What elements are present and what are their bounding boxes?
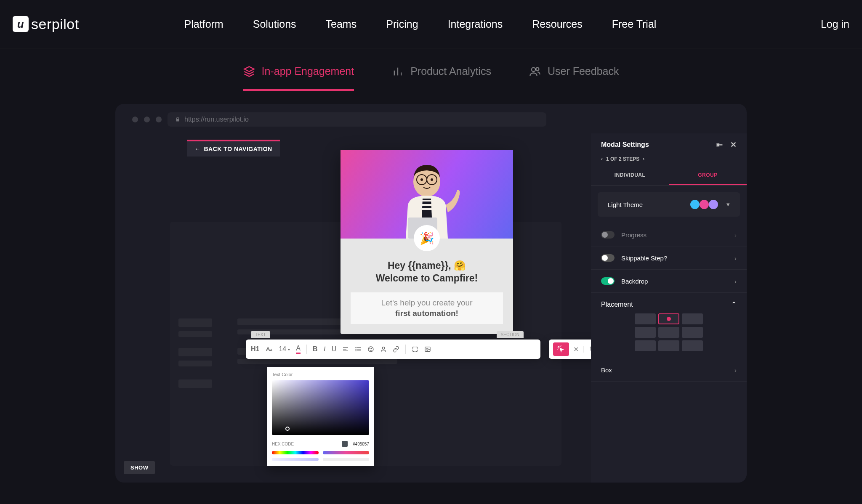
window-dot — [156, 117, 162, 122]
theme-row[interactable]: Light Theme ▾ — [598, 192, 740, 217]
skeleton — [178, 379, 212, 388]
color-picker-panel[interactable]: Text Color HEX CODE #495057 — [267, 367, 374, 466]
separator — [405, 345, 406, 354]
theme-dot — [700, 200, 709, 209]
skippable-row[interactable]: Skippable Step? › — [591, 247, 747, 270]
chart-icon — [392, 66, 404, 77]
sub-line: first automation! — [351, 308, 503, 319]
chevron-right-icon: › — [734, 231, 737, 239]
back-to-navigation-button[interactable]: ← BACK TO NAVIGATION — [187, 140, 280, 157]
tab-individual[interactable]: INDIVIDUAL — [591, 166, 669, 185]
gradient-slider[interactable] — [323, 451, 370, 454]
color-handle[interactable] — [285, 427, 290, 431]
panel-title: Modal Settings — [601, 141, 649, 149]
placement-cell[interactable] — [682, 313, 703, 324]
placement-cell[interactable] — [658, 340, 679, 351]
window-dot — [144, 117, 150, 122]
list-button[interactable] — [355, 346, 362, 353]
alpha-slider[interactable] — [272, 458, 319, 461]
chevron-up-icon[interactable]: ⌃ — [731, 300, 737, 308]
chevron-right-icon[interactable]: › — [643, 156, 644, 162]
nav-pricing[interactable]: Pricing — [386, 18, 418, 30]
tab-user-feedback[interactable]: User Feedback — [529, 65, 619, 91]
tab-product-analytics[interactable]: Product Analytics — [392, 65, 491, 91]
link-button[interactable] — [393, 346, 399, 353]
extra-slider[interactable] — [323, 458, 370, 461]
top-bar: u serpilot Platform Solutions Teams Pric… — [0, 0, 862, 48]
placement-cell-selected[interactable] — [658, 313, 679, 324]
expand-button[interactable] — [412, 346, 418, 353]
toggle-skippable[interactable] — [601, 254, 615, 262]
heading-line: Welcome to Campfire! — [351, 272, 503, 285]
tab-label: In-app Engagement — [262, 65, 354, 77]
progress-row[interactable]: Progress › — [591, 223, 747, 247]
bold-button[interactable]: B — [313, 345, 318, 353]
user-button[interactable] — [380, 346, 387, 353]
text-toolbar[interactable]: TEXT SECTION H1 14 ▾ A B I U — [246, 340, 540, 359]
demo-stage: https://run.userpilot.io ← BACK TO NAVIG… — [115, 104, 747, 483]
nav-platform[interactable]: Platform — [184, 18, 223, 30]
section-tag: SECTION — [497, 331, 524, 338]
chevron-right-icon: › — [734, 278, 737, 285]
nav-teams[interactable]: Teams — [326, 18, 357, 30]
font-size-select[interactable]: 14 ▾ — [279, 345, 290, 353]
color-gradient[interactable] — [272, 380, 369, 435]
underline-button[interactable]: U — [332, 345, 337, 353]
hex-value[interactable]: #495057 — [353, 442, 369, 446]
cursor-click-icon[interactable] — [553, 342, 569, 356]
nav-resources[interactable]: Resources — [532, 18, 583, 30]
step-indicator[interactable]: ‹ 1 OF 2 STEPS › — [591, 156, 747, 166]
nav-free-trial[interactable]: Free Trial — [612, 18, 657, 30]
svg-point-21 — [356, 347, 356, 347]
svg-point-24 — [368, 347, 373, 352]
progress-label: Progress — [621, 231, 646, 239]
text-size-icon[interactable] — [265, 345, 273, 353]
emoji-button[interactable] — [367, 346, 374, 353]
close-icon[interactable]: ✕ — [573, 345, 579, 353]
tab-in-app-engagement[interactable]: In-app Engagement — [243, 65, 354, 91]
svg-point-22 — [356, 349, 356, 349]
collapse-icon[interactable]: ⇤ — [716, 140, 723, 149]
modal-card[interactable]: 🎉 Hey {{name}}, 🤗 Welcome to Campfire! L… — [341, 150, 513, 334]
placement-cell[interactable] — [682, 340, 703, 351]
theme-label: Light Theme — [608, 201, 643, 208]
placement-cell[interactable] — [635, 340, 656, 351]
chevron-down-icon[interactable]: ▾ — [726, 201, 730, 208]
placement-cell[interactable] — [635, 327, 656, 338]
align-button[interactable] — [342, 346, 349, 353]
svg-rect-13 — [422, 208, 432, 210]
modal-subtext: Let's help you create your first automat… — [351, 292, 503, 324]
toggle-backdrop[interactable] — [601, 277, 615, 285]
italic-button[interactable]: I — [323, 345, 325, 353]
nav-integrations[interactable]: Integrations — [448, 18, 503, 30]
address-bar[interactable]: https://run.userpilot.io — [168, 112, 546, 127]
font-color-button[interactable]: A — [296, 345, 301, 354]
show-button[interactable]: SHOW — [124, 461, 155, 474]
placement-cell[interactable] — [635, 313, 656, 324]
image-button[interactable] — [424, 346, 431, 353]
hex-label: HEX CODE — [272, 442, 294, 446]
nav-solutions[interactable]: Solutions — [253, 18, 296, 30]
chevron-right-icon: › — [734, 366, 737, 374]
skippable-label: Skippable Step? — [621, 255, 667, 262]
heading-h1-button[interactable]: H1 — [251, 345, 259, 353]
logo[interactable]: u serpilot — [13, 16, 79, 32]
chevron-left-icon[interactable]: ‹ — [601, 156, 603, 162]
box-row[interactable]: Box › — [591, 359, 747, 382]
skeleton — [178, 348, 212, 356]
skeleton — [178, 318, 212, 327]
placement-cell[interactable] — [658, 327, 679, 338]
close-icon[interactable]: ✕ — [730, 140, 737, 149]
placement-cell[interactable] — [682, 327, 703, 338]
theme-dot — [690, 200, 700, 209]
svg-point-5 — [536, 67, 539, 70]
backdrop-row[interactable]: Backdrop › — [591, 270, 747, 293]
tab-group[interactable]: GROUP — [669, 166, 747, 185]
placement-label: Placement — [601, 301, 633, 308]
svg-point-23 — [356, 350, 356, 351]
svg-point-27 — [383, 347, 385, 349]
toggle-progress[interactable] — [601, 231, 615, 239]
modal-hero: 🎉 — [341, 150, 513, 239]
login-link[interactable]: Log in — [821, 18, 849, 30]
hue-slider[interactable] — [272, 451, 319, 454]
